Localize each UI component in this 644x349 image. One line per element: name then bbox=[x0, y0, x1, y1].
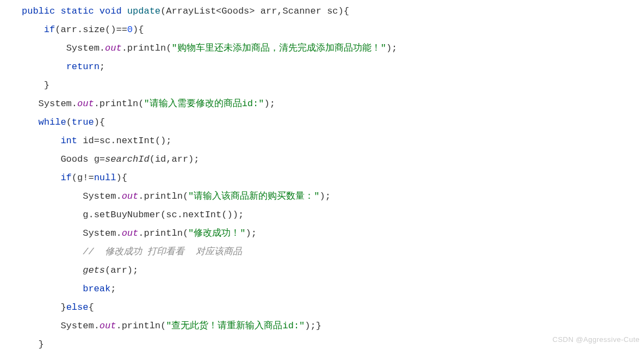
code-block: public static void update(ArrayList<Good… bbox=[0, 0, 644, 349]
string-literal: "查无此货！请重新输入商品id:" bbox=[166, 321, 305, 331]
code-line: gets(arr); bbox=[83, 265, 138, 275]
comment: // 修改成功 打印看看 对应该商品 bbox=[83, 247, 242, 257]
code-line: System.out.println("购物车里还未添加商品，清先完成添加商品功… bbox=[66, 43, 398, 53]
keyword-public: public bbox=[22, 6, 55, 16]
field-out: out bbox=[122, 228, 139, 238]
code-line: } bbox=[44, 80, 49, 90]
code-line: // 修改成功 打印看看 对应该商品 bbox=[83, 247, 242, 257]
keyword-int: int bbox=[60, 136, 77, 146]
number-zero: 0 bbox=[127, 25, 133, 35]
method-name: update bbox=[127, 6, 160, 16]
string-literal: "请输入需要修改的商品id:" bbox=[144, 99, 264, 109]
code-line: while(true){ bbox=[39, 117, 105, 127]
method-searchid: searchId bbox=[105, 154, 150, 164]
code-line: public static void update(ArrayList<Good… bbox=[22, 6, 349, 16]
keyword-else: else bbox=[66, 302, 89, 313]
watermark: CSDN @Aggressive-Cute bbox=[553, 333, 640, 347]
code-line: } bbox=[39, 339, 44, 349]
code-line: if(g!=null){ bbox=[60, 173, 127, 183]
keyword-true: true bbox=[72, 117, 94, 127]
code-line: }else{ bbox=[60, 302, 94, 313]
field-out: out bbox=[77, 99, 94, 109]
type-goods: Goods bbox=[221, 6, 249, 16]
code-line: Goods g=searchId(id,arr); bbox=[60, 154, 199, 164]
keyword-while: while bbox=[39, 117, 66, 127]
code-line: break; bbox=[83, 284, 116, 294]
keyword-void: void bbox=[100, 6, 122, 16]
code-line: System.out.println("查无此货！请重新输入商品id:");} bbox=[60, 321, 321, 331]
code-line: System.out.println("请输入需要修改的商品id:"); bbox=[39, 99, 275, 109]
method-gets: gets bbox=[83, 265, 105, 275]
field-out: out bbox=[105, 43, 122, 53]
code-line: return; bbox=[66, 62, 105, 72]
code-line: if(arr.size()==0){ bbox=[44, 25, 144, 35]
string-literal: "请输入该商品新的购买数量：" bbox=[188, 191, 319, 201]
code-line: System.out.println("请输入该商品新的购买数量："); bbox=[83, 191, 331, 201]
type-arraylist: ArrayList bbox=[166, 6, 216, 16]
code-line: g.setBuyNubmer(sc.nextInt()); bbox=[83, 210, 244, 220]
field-out: out bbox=[100, 321, 116, 331]
keyword-static: static bbox=[60, 6, 94, 16]
code-line: System.out.println("修改成功！"); bbox=[83, 228, 257, 238]
keyword-null: null bbox=[94, 173, 116, 183]
keyword-return: return bbox=[66, 62, 100, 72]
field-out: out bbox=[122, 191, 139, 201]
string-literal: "修改成功！" bbox=[188, 228, 245, 238]
code-line: int id=sc.nextInt(); bbox=[60, 136, 171, 146]
string-literal: "购物车里还未添加商品，清先完成添加商品功能！" bbox=[171, 43, 386, 53]
keyword-if: if bbox=[44, 25, 55, 35]
type-scanner: Scanner bbox=[283, 6, 321, 16]
keyword-break: break bbox=[83, 284, 110, 294]
keyword-if: if bbox=[60, 173, 71, 183]
